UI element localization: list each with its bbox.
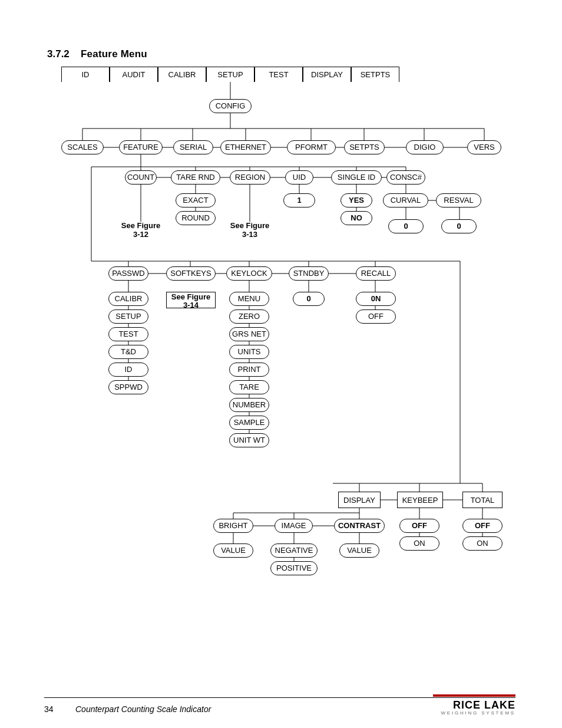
node-keylock-item: ZERO: [229, 309, 269, 324]
node-pformt: PFORMT: [287, 140, 336, 154]
node-keylock-item: TARE: [229, 380, 269, 394]
node-keybeep-on: ON: [399, 536, 439, 551]
brand-name: RICE LAKE: [433, 699, 515, 711]
menu-tab: TEST: [254, 67, 303, 82]
node-recall-off: OFF: [356, 309, 396, 324]
node-keylock-item: GRS NET: [229, 327, 269, 341]
node-keylock-item: SAMPLE: [229, 416, 269, 430]
node-yes: YES: [340, 193, 372, 207]
node-region: REGION: [230, 170, 270, 185]
node-resval-value: 0: [441, 219, 477, 233]
footer-title: Counterpart Counting Scale Indicator: [75, 704, 211, 714]
brand-logo: RICE LAKE WEIGHING SYSTEMS: [433, 694, 515, 716]
node-setpts: SETPTS: [344, 140, 385, 154]
node-keylock-item: UNIT WT: [229, 433, 269, 447]
menu-tab: AUDIT: [110, 67, 158, 82]
menu-tab: CALIBR: [158, 67, 206, 82]
node-round: ROUND: [176, 211, 216, 225]
node-total-off: OFF: [462, 519, 503, 533]
node-image: IMAGE: [275, 519, 313, 533]
node-vers: VERS: [467, 140, 501, 154]
node-keylock-item: PRINT: [229, 363, 269, 377]
node-recall: RECALL: [356, 266, 396, 281]
node-keybeep: KEYBEEP: [397, 492, 443, 508]
node-uid-value: 1: [283, 193, 315, 207]
node-passwd-item: ID: [108, 363, 148, 377]
node-passwd-item: T&D: [108, 345, 148, 359]
node-scales: SCALES: [61, 140, 104, 154]
node-feature: FEATURE: [119, 140, 163, 154]
node-digio: DIGIO: [406, 140, 444, 154]
heading-number: 3.7.2: [47, 48, 70, 60]
node-serial: SERIAL: [173, 140, 213, 154]
node-exact: EXACT: [176, 193, 216, 207]
node-keylock-item: UNITS: [229, 345, 269, 359]
node-curval: CURVAL: [383, 193, 428, 207]
node-stndby: STNDBY: [289, 266, 329, 281]
node-contrast: CONTRAST: [334, 519, 385, 533]
node-config: CONFIG: [209, 99, 252, 113]
node-ethernet: ETHERNET: [220, 140, 271, 154]
node-consc: CONSC#: [386, 170, 425, 185]
node-keylock-item: MENU: [229, 292, 269, 306]
node-contrast-value: VALUE: [339, 543, 379, 558]
node-tare-rnd: TARE RND: [171, 170, 220, 185]
node-count: COUNT: [125, 170, 157, 185]
node-passwd: PASSWD: [108, 266, 148, 281]
node-keylock-item: NUMBER: [229, 398, 269, 412]
node-image-positive: POSITIVE: [270, 561, 318, 575]
node-image-negative: NEGATIVE: [270, 543, 318, 558]
note-see-figure-3-14: See Figure 3-14: [166, 292, 216, 308]
node-single-id: SINGLE ID: [331, 170, 382, 185]
connector-lines: [0, 0, 562, 728]
node-passwd-item: SETUP: [108, 309, 148, 324]
node-bright-value: VALUE: [213, 543, 253, 558]
node-passwd-item: SPPWD: [108, 380, 148, 394]
node-total-on: ON: [462, 536, 503, 551]
node-total: TOTAL: [462, 492, 503, 508]
node-recall-on: 0N: [356, 292, 396, 306]
menu-tab: SETPTS: [351, 67, 399, 82]
node-passwd-item: TEST: [108, 327, 148, 341]
node-softkeys: SOFTKEYS: [166, 266, 216, 281]
node-keybeep-off: OFF: [399, 519, 439, 533]
page-number: 34: [44, 704, 54, 714]
note-see-figure-3-12: See Figure 3-12: [118, 222, 164, 239]
brand-subtitle: WEIGHING SYSTEMS: [433, 710, 515, 716]
menu-tab: ID: [61, 67, 110, 82]
node-uid: UID: [285, 170, 313, 185]
node-no: NO: [340, 211, 372, 225]
node-resval: RESVAL: [436, 193, 481, 207]
node-display: DISPLAY: [338, 492, 381, 508]
node-keylock: KEYLOCK: [226, 266, 272, 281]
node-stndby-value: 0: [293, 292, 325, 306]
note-see-figure-3-13: See Figure 3-13: [227, 222, 273, 239]
node-bright: BRIGHT: [213, 519, 253, 533]
node-curval-value: 0: [388, 219, 424, 233]
menu-tab: SETUP: [206, 67, 254, 82]
heading-title: Feature Menu: [81, 48, 147, 60]
node-passwd-item: CALIBR: [108, 292, 148, 306]
menu-tab: DISPLAY: [303, 67, 351, 82]
